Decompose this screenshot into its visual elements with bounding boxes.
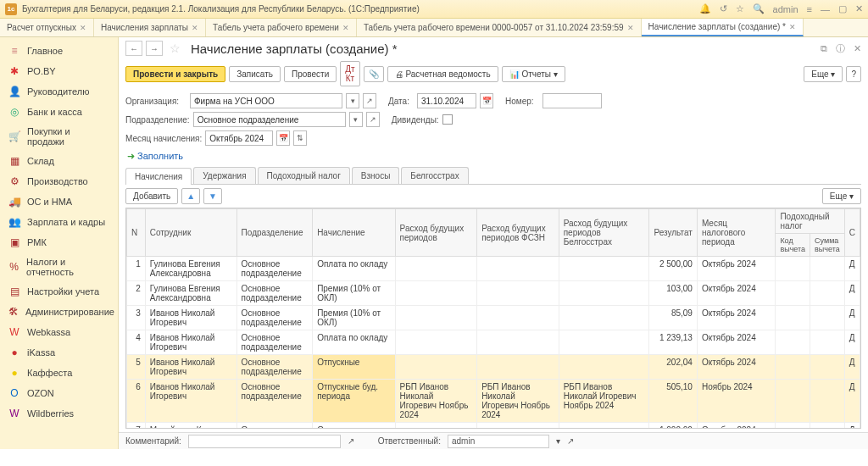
org-field[interactable]: Фирма на УСН ООО: [190, 93, 342, 108]
month-picker-icon[interactable]: 📅: [276, 130, 290, 146]
sidebar-item-13[interactable]: WWebkassa: [0, 322, 118, 342]
add-row-button[interactable]: Добавить: [125, 188, 178, 204]
dt-kt-button[interactable]: ДтКт: [340, 61, 359, 86]
dept-field[interactable]: Основное подразделение: [193, 112, 346, 127]
sidebar-item-3[interactable]: ◎Банк и касса: [0, 102, 118, 122]
doc-tab-2[interactable]: Табель учета рабочего времени✕: [206, 19, 357, 36]
col-accrual[interactable]: Начисление: [313, 209, 395, 257]
close-form-icon[interactable]: ✕: [854, 43, 861, 54]
sidebar-item-11[interactable]: ▤Настройки учета: [0, 281, 118, 302]
attach-button[interactable]: 📎: [364, 66, 384, 82]
bell-icon[interactable]: 🔔: [699, 3, 711, 14]
sidebar-item-6[interactable]: ⚙Производство: [0, 171, 118, 191]
tab-close-icon[interactable]: ✕: [192, 24, 198, 32]
col-tax-sum[interactable]: Сумма вычета: [810, 234, 845, 257]
resp-open-icon[interactable]: ↗: [567, 436, 574, 446]
write-button[interactable]: Записать: [229, 66, 281, 82]
history-icon[interactable]: ↺: [720, 3, 727, 14]
col-tax-code[interactable]: Код вычета: [776, 234, 810, 257]
month-field[interactable]: Октябрь 2024: [205, 130, 273, 146]
sidebar-item-12[interactable]: 🛠Администрирование: [0, 302, 118, 322]
fill-link[interactable]: Заполнить: [127, 151, 183, 161]
post-button[interactable]: Провести: [284, 66, 337, 82]
close-icon[interactable]: ✕: [855, 3, 863, 14]
help-icon[interactable]: ⓘ: [836, 42, 845, 55]
col-result[interactable]: Результат: [649, 209, 697, 257]
table-row[interactable]: 1Гулинова Евгения АлександровнаОсновное …: [127, 257, 860, 281]
back-button[interactable]: ←: [125, 41, 142, 56]
sidebar-item-14[interactable]: ●iKassa: [0, 342, 118, 363]
post-close-button[interactable]: Провести и закрыть: [125, 66, 225, 82]
date-field[interactable]: 31.10.2024: [417, 93, 476, 108]
table-more-button[interactable]: Еще ▾: [822, 188, 861, 204]
subtab-1[interactable]: Удержания: [193, 167, 255, 184]
subtab-3[interactable]: Взносы: [352, 167, 400, 184]
doc-tab-4[interactable]: Начисление зарплаты (создание) *✕: [642, 19, 804, 36]
sidebar-item-15[interactable]: ●Каффеста: [0, 363, 118, 383]
comment-open-icon[interactable]: ↗: [348, 436, 354, 446]
sidebar-item-0[interactable]: ≡Главное: [0, 41, 118, 61]
table-row[interactable]: 3Иванов Николай ИгоревичОсновное подразд…: [127, 306, 860, 330]
reports-button[interactable]: 📊 Отчеты ▾: [502, 66, 565, 82]
col-dept[interactable]: Подразделение: [236, 209, 313, 257]
month-step-icon[interactable]: ⇅: [293, 130, 307, 146]
table-row[interactable]: 6Иванов Николай ИгоревичОсновное подразд…: [127, 380, 860, 423]
sidebar-item-7[interactable]: 🚚ОС и НМА: [0, 191, 118, 212]
col-fut-bgs[interactable]: Расход будущих периодов Белгосстрах: [559, 209, 649, 257]
col-employee[interactable]: Сотрудник: [145, 209, 236, 257]
col-tax[interactable]: Подоходный налог: [776, 209, 844, 234]
col-fut[interactable]: Расход будущих периодов: [395, 209, 477, 257]
subtab-2[interactable]: Подоходный налог: [258, 167, 350, 184]
subtab-0[interactable]: Начисления: [125, 168, 192, 185]
sidebar-item-1[interactable]: ✱PO.BY: [0, 61, 118, 81]
move-up-button[interactable]: ▲: [181, 188, 200, 204]
form-help-button[interactable]: ?: [846, 66, 861, 82]
tab-close-icon[interactable]: ✕: [627, 24, 634, 32]
dept-open-icon[interactable]: ↗: [366, 112, 380, 127]
move-down-button[interactable]: ▼: [203, 188, 222, 204]
doc-tab-0[interactable]: Расчет отпускных✕: [0, 19, 94, 36]
org-open-icon[interactable]: ↗: [363, 93, 376, 108]
col-s[interactable]: С: [844, 209, 860, 257]
dividends-checkbox[interactable]: [442, 114, 453, 125]
sidebar-item-17[interactable]: WWildberries: [0, 403, 118, 424]
search-icon[interactable]: 🔍: [753, 3, 765, 14]
sidebar-item-8[interactable]: 👥Зарплата и кадры: [0, 212, 118, 232]
tab-close-icon[interactable]: ✕: [789, 23, 796, 31]
resp-dropdown-icon[interactable]: ▾: [556, 436, 560, 446]
table-row[interactable]: 7Михайлова Ксения РомановнаОсновное подр…: [127, 423, 860, 430]
date-picker-icon[interactable]: 📅: [480, 93, 493, 108]
settings-icon[interactable]: ≡: [807, 4, 812, 14]
subtab-4[interactable]: Белгосстрах: [401, 167, 468, 184]
sidebar-item-2[interactable]: 👤Руководителю: [0, 81, 118, 102]
maximize-icon[interactable]: ▢: [838, 3, 847, 14]
org-dropdown-icon[interactable]: ▾: [346, 93, 359, 108]
doc-tab-3[interactable]: Табель учета рабочего времени 0000-0057 …: [357, 19, 642, 36]
table-row[interactable]: 4Иванов Николай ИгоревичОсновное подразд…: [127, 330, 860, 355]
dept-dropdown-icon[interactable]: ▾: [349, 112, 363, 127]
more-button[interactable]: Еще ▾: [804, 66, 843, 82]
resp-field[interactable]: admin: [448, 435, 549, 448]
table-row[interactable]: 2Гулинова Евгения АлександровнаОсновное …: [127, 281, 860, 306]
favorite-star-icon[interactable]: ☆: [170, 42, 181, 55]
user-label[interactable]: admin: [773, 4, 798, 14]
doc-tab-1[interactable]: Начисления зарплаты✕: [94, 19, 206, 36]
accruals-table-wrap[interactable]: N Сотрудник Подразделение Начисление Рас…: [125, 208, 861, 429]
table-row[interactable]: 5Иванов Николай ИгоревичОсновное подразд…: [127, 355, 860, 380]
calc-sheet-button[interactable]: 🖨 Расчетная ведомость: [387, 66, 498, 82]
star-icon[interactable]: ☆: [736, 3, 744, 14]
sidebar-item-10[interactable]: %Налоги и отчетность: [0, 252, 118, 281]
minimize-icon[interactable]: —: [821, 4, 830, 14]
sidebar-item-9[interactable]: ▣РМК: [0, 232, 118, 252]
tab-close-icon[interactable]: ✕: [342, 24, 349, 32]
forward-button[interactable]: →: [146, 41, 163, 56]
col-fut-fszn[interactable]: Расход будущих периодов ФСЗН: [477, 209, 559, 257]
detach-icon[interactable]: ⧉: [821, 43, 827, 54]
sidebar-item-4[interactable]: 🛒Покупки и продажи: [0, 122, 118, 151]
number-field[interactable]: [542, 93, 602, 108]
sidebar-item-16[interactable]: OOZON: [0, 383, 118, 403]
col-n[interactable]: N: [127, 209, 146, 257]
sidebar-item-5[interactable]: ▦Склад: [0, 151, 118, 171]
col-tax-month[interactable]: Месяц налогового периода: [697, 209, 775, 257]
comment-field[interactable]: [188, 435, 341, 448]
